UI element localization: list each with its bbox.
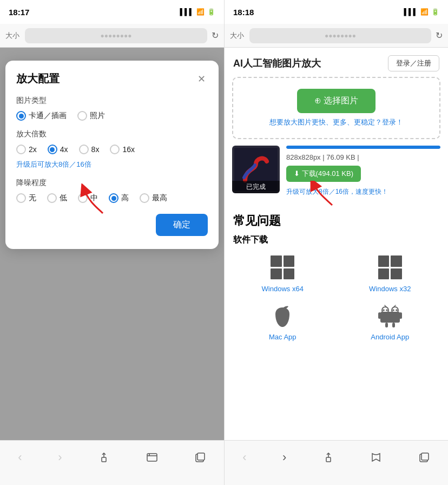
right-tabs-button[interactable]: [413, 448, 436, 467]
radio-cartoon-label: 卡通／插画: [29, 111, 67, 121]
right-forward-button[interactable]: ›: [277, 447, 292, 468]
left-bottom-nav: ‹ ›: [0, 440, 224, 485]
image-type-options: 卡通／插画 照片: [16, 111, 208, 121]
right-app-title: AI人工智能图片放大: [233, 57, 321, 70]
right-panel: 18:18 ▌▌▌ 📶 🔋 大小 ●●●●●●●● ↻ AI人工智能图片放大 登…: [224, 0, 448, 485]
svg-rect-15: [102, 457, 106, 462]
result-meta: 828x828px | 76.09 KB |: [286, 153, 440, 161]
right-win64-icon: [268, 253, 297, 281]
download-button[interactable]: ⬇ 下载(494.01 KB): [286, 166, 361, 182]
left-status-bar: 18:17 ▌▌▌ 📶 🔋: [0, 0, 224, 24]
radio-8x-circle: [79, 145, 89, 154]
left-tabs-button[interactable]: [189, 448, 212, 467]
svg-point-28: [392, 309, 394, 311]
right-reload-button[interactable]: ↻: [436, 30, 443, 41]
right-mac-icon: [268, 302, 297, 330]
right-battery-icon: 🔋: [431, 8, 439, 16]
battery-icon: 🔋: [207, 8, 215, 16]
radio-cartoon[interactable]: 卡通／插画: [16, 111, 67, 121]
upload-area: ⊕ 选择图片 想要放大图片更快、更多、更稳定？登录！: [232, 77, 440, 139]
right-status-icons: ▌▌▌ 📶 🔋: [404, 8, 439, 16]
zoom-label: 放大倍数: [16, 129, 208, 139]
radio-denoise-low[interactable]: 低: [47, 193, 67, 203]
modal-close-button[interactable]: ✕: [195, 73, 208, 86]
right-share-button[interactable]: [317, 448, 340, 467]
right-faq-section: 常见问题 软件下载 Windows x64 Windows x32: [225, 204, 448, 350]
radio-cartoon-circle: [16, 111, 26, 121]
result-thumbnail: 已完成: [232, 146, 280, 193]
modal-footer: 确定: [16, 214, 208, 236]
radio-8x[interactable]: 8x: [79, 145, 100, 154]
zoom-upgrade-text[interactable]: 升级后可放大8倍／16倍: [16, 160, 91, 169]
right-faq-title: 常见问题: [233, 213, 439, 229]
right-browser-bar: 大小 ●●●●●●●● ↻: [225, 24, 448, 48]
left-browser-label: 大小: [5, 31, 21, 41]
right-time: 18:18: [233, 8, 254, 17]
radio-photo-circle: [77, 111, 87, 121]
right-mac-label: Mac App: [269, 333, 297, 341]
modal-title: 放大配置: [16, 71, 60, 86]
svg-rect-33: [399, 312, 402, 319]
right-url-bar[interactable]: ●●●●●●●●: [249, 28, 431, 43]
left-url-bar[interactable]: ●●●●●●●●: [25, 28, 207, 43]
right-dl-win64[interactable]: Windows x64: [233, 253, 332, 293]
login-register-button[interactable]: 登录／注册: [388, 55, 439, 71]
radio-4x-circle: [48, 145, 57, 154]
left-browser-bar: 大小 ●●●●●●●● ↻: [0, 24, 224, 48]
svg-rect-34: [385, 323, 388, 327]
right-browser-label: 大小: [230, 31, 245, 41]
radio-denoise-highest[interactable]: 最高: [140, 193, 167, 203]
radio-none-label: 无: [29, 193, 36, 203]
left-status-icons: ▌▌▌ 📶 🔋: [180, 8, 215, 16]
radio-16x-circle: [110, 145, 120, 154]
signal-icon: ▌▌▌: [180, 8, 194, 16]
radio-16x[interactable]: 16x: [110, 145, 135, 154]
right-dl-win32[interactable]: Windows x32: [341, 253, 440, 293]
progress-bar-fill: [286, 146, 440, 149]
radio-2x-circle: [16, 145, 26, 154]
right-app-header: AI人工智能图片放大 登录／注册: [225, 48, 448, 77]
right-win64-label: Windows x64: [262, 285, 304, 293]
svg-rect-35: [392, 323, 395, 327]
right-dl-mac[interactable]: Mac App: [233, 302, 332, 341]
choose-image-button[interactable]: ⊕ 选择图片: [297, 89, 375, 113]
right-dl-grid: Windows x64 Windows x32: [233, 253, 439, 341]
right-win32-label: Windows x32: [369, 285, 411, 293]
right-back-button[interactable]: ‹: [237, 447, 252, 468]
svg-rect-20: [197, 453, 205, 460]
right-android-icon: [376, 302, 404, 330]
radio-none-circle: [16, 193, 26, 203]
radio-low-label: 低: [60, 193, 67, 203]
radio-2x[interactable]: 2x: [16, 145, 37, 154]
left-reload-button[interactable]: ↻: [212, 30, 219, 41]
right-signal-icon: ▌▌▌: [404, 8, 418, 16]
confirm-button[interactable]: 确定: [156, 214, 208, 236]
right-bookmarks-button[interactable]: [365, 448, 387, 467]
left-share-button[interactable]: [93, 448, 115, 467]
progress-bar: [286, 146, 440, 149]
image-type-label: 图片类型: [16, 96, 208, 106]
left-back-button[interactable]: ‹: [12, 447, 27, 468]
right-win32-icon: [376, 253, 404, 281]
right-dl-android[interactable]: Android App: [341, 302, 440, 341]
svg-rect-38: [421, 453, 429, 460]
result-area: 已完成 828x828px | 76.09 KB | ⬇ 下载(494.01 K…: [232, 146, 440, 196]
right-wifi-icon: 📶: [420, 8, 429, 16]
svg-point-26: [383, 309, 385, 311]
radio-16x-label: 16x: [122, 145, 135, 154]
left-forward-button[interactable]: ›: [52, 447, 67, 468]
svg-point-27: [386, 309, 388, 311]
radio-4x[interactable]: 4x: [48, 145, 68, 154]
radio-denoise-none[interactable]: 无: [16, 193, 36, 203]
left-time: 18:17: [9, 8, 29, 17]
right-android-label: Android App: [371, 333, 409, 341]
left-content-area: 常见问题 软件下载 Windows x64 Windows x32: [0, 48, 224, 440]
radio-photo-label: 照片: [90, 111, 105, 121]
left-bookmarks-button[interactable]: [141, 448, 163, 467]
radio-highest-circle: [140, 193, 149, 203]
right-bottom-nav: ‹ ›: [225, 440, 448, 485]
right-content: AI人工智能图片放大 登录／注册 ⊕ 选择图片 想要放大图片更快、更多、更稳定？…: [225, 48, 448, 440]
radio-photo[interactable]: 照片: [77, 111, 105, 121]
left-panel: 18:17 ▌▌▌ 📶 🔋 大小 ●●●●●●●● ↻ 常见问题 软件下载: [0, 0, 224, 485]
svg-rect-16: [147, 454, 157, 461]
